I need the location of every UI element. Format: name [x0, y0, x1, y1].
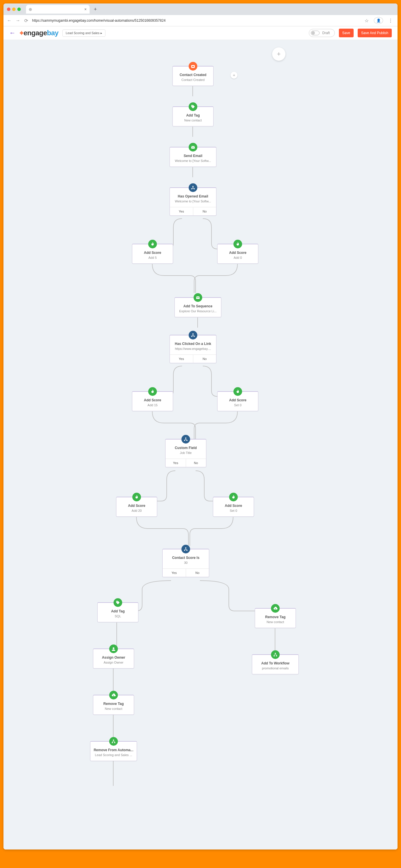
cloud-icon — [271, 604, 280, 613]
tag-icon — [113, 598, 122, 607]
bookmark-icon[interactable]: ☆ — [363, 18, 370, 24]
profile-icon[interactable]: 👤 — [374, 17, 383, 24]
nav-forward-icon[interactable]: → — [15, 18, 20, 23]
back-arrow-icon[interactable]: ← — [9, 29, 15, 37]
node-add-tag[interactable]: Add Tag New contact — [172, 106, 213, 126]
chevron-right-icon: ▸ — [101, 31, 102, 35]
node-contact-score-is[interactable]: Contact Score Is 30 YesNo — [162, 549, 209, 577]
close-dot-icon[interactable] — [7, 7, 10, 11]
fire-icon — [148, 240, 157, 248]
node-add-score-set0b[interactable]: Add Score Set 0 — [213, 497, 254, 517]
node-remove-tag[interactable]: Remove Tag New contact — [255, 608, 296, 628]
fire-icon — [148, 387, 157, 396]
maximize-dot-icon[interactable] — [17, 7, 21, 11]
contact-icon — [189, 62, 197, 70]
nav-reload-icon[interactable]: ⟳ — [24, 18, 28, 24]
save-button[interactable]: Save — [339, 29, 354, 37]
branch-yes[interactable]: Yes — [163, 569, 186, 577]
node-send-email[interactable]: Send Email Welcome to [Your Softw... — [170, 147, 216, 167]
node-add-to-workflow[interactable]: Add To Workflow promotional emails — [252, 654, 299, 674]
node-assign-owner[interactable]: Assign Owner Assign Owner — [93, 649, 134, 669]
node-contact-created[interactable]: Contact Created Contact Created — [172, 66, 213, 86]
split-icon — [181, 435, 190, 443]
nav-back-icon[interactable]: ← — [7, 18, 11, 23]
draft-toggle[interactable]: Draft — [309, 29, 335, 37]
browser-url-bar: ← → ⟳ https://sammymugambi.engagebay.com… — [3, 15, 398, 26]
cloud-icon — [109, 691, 118, 700]
address-input[interactable]: https://sammymugambi.engagebay.com/home#… — [32, 19, 359, 23]
mail-icon — [194, 293, 202, 302]
automation-name[interactable]: Lead Scoring and Sales ▸ — [62, 30, 105, 37]
node-add-score-15[interactable]: Add Score Add 15 — [132, 391, 173, 411]
node-custom-field[interactable]: Custom Field Job Title YesNo — [165, 439, 206, 467]
automation-canvas[interactable]: + + — [3, 40, 398, 849]
node-add-tag-sql[interactable]: Add Tag SQL — [97, 602, 138, 622]
node-has-clicked-link[interactable]: Has Clicked On a Link https://www.engage… — [170, 335, 216, 363]
window-controls[interactable] — [7, 7, 21, 11]
workflow-icon — [271, 650, 280, 659]
branch-yes[interactable]: Yes — [166, 459, 186, 467]
node-add-score-set0[interactable]: Add Score Set 0 — [217, 391, 258, 411]
engagebay-logo[interactable]: ⌖engagebay — [20, 29, 58, 37]
new-tab-button[interactable]: + — [92, 6, 99, 13]
node-add-score-20[interactable]: Add Score Add 20 — [116, 497, 157, 517]
branch-no[interactable]: No — [193, 355, 216, 363]
split-icon — [189, 183, 197, 192]
workflow-icon — [109, 737, 118, 746]
toggle-icon[interactable] — [311, 31, 320, 35]
fire-icon — [233, 387, 242, 396]
branch-yes[interactable]: Yes — [170, 207, 193, 215]
node-add-score-5[interactable]: Add Score Add 5 — [132, 244, 173, 264]
node-has-opened-email[interactable]: Has Opened Email Welcome to [Your Softw.… — [170, 187, 216, 216]
fire-icon — [233, 240, 242, 248]
browser-tabstrip: ◎ × + — [3, 3, 398, 15]
branch-yes[interactable]: Yes — [170, 355, 193, 363]
node-add-to-sequence[interactable]: Add To Sequence Explore Our Resource Li.… — [174, 297, 221, 317]
browser-tab[interactable]: ◎ × — [26, 5, 90, 13]
node-add-score-0[interactable]: Add Score Add 0 — [217, 244, 258, 264]
node-remove-from-automation[interactable]: Remove From Automa... Lead Scoring and S… — [90, 741, 137, 761]
fire-icon — [132, 493, 141, 501]
split-icon — [181, 545, 190, 553]
node-remove-tag-newcontact[interactable]: Remove Tag New contact — [93, 695, 134, 715]
save-and-publish-button[interactable]: Save And Publish — [358, 29, 392, 37]
logo-icon: ⌖ — [20, 29, 24, 37]
tag-icon — [189, 102, 197, 111]
split-icon — [189, 331, 197, 339]
close-tab-icon[interactable]: × — [85, 7, 87, 11]
branch-no[interactable]: No — [186, 459, 206, 467]
app-header: ← ⌖engagebay Lead Scoring and Sales ▸ Dr… — [3, 26, 398, 40]
branch-no[interactable]: No — [186, 569, 209, 577]
user-icon — [109, 645, 118, 653]
tab-favicon-icon: ◎ — [29, 7, 32, 11]
menu-icon[interactable]: ⋮ — [387, 18, 394, 24]
fire-icon — [229, 493, 238, 501]
minimize-dot-icon[interactable] — [12, 7, 15, 11]
mail-icon — [189, 143, 197, 152]
branch-no[interactable]: No — [193, 207, 216, 215]
